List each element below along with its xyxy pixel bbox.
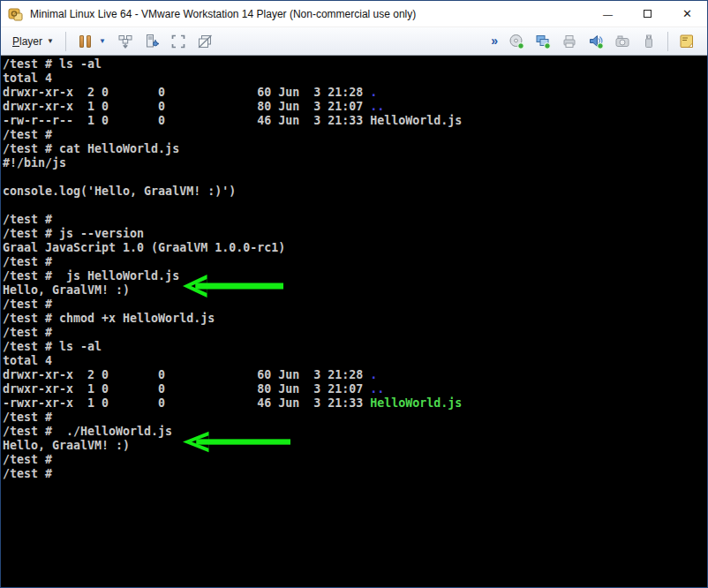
unity-mode-icon [197,34,213,49]
close-button[interactable]: ✕ [667,1,707,27]
sound-icon [588,34,604,49]
window-title: Minimal Linux Live 64 - VMware Workstati… [30,8,588,20]
suspend-icon [79,35,84,48]
terminal-line: drwxr-xr-x 2 0 0 60 Jun 3 21:28 . [3,368,707,382]
terminal-line: #!/bin/js [3,156,707,170]
terminal-line: /test # [3,467,707,481]
fullscreen-icon [170,34,186,49]
terminal-line: /test # ls -al [3,340,707,354]
terminal-line: drwxr-xr-x 1 0 0 80 Jun 3 21:07 .. [3,382,707,396]
terminal-line: /test # [3,128,707,142]
library-panel-icon [679,34,695,49]
minimize-button[interactable]: — [588,1,628,27]
annotation-arrow-script-output [183,430,290,454]
send-ctrl-alt-del-button[interactable] [114,31,137,52]
terminal-line: /test # ./HelloWorld.js [3,425,707,439]
terminal-line: /test # cat HelloWorld.js [3,142,707,156]
usb-device-icon [641,34,657,49]
terminal-line: -rw-r--r-- 1 0 0 46 Jun 3 21:33 HelloWor… [3,114,707,128]
vm-settings-button[interactable] [140,31,163,52]
terminal-line: /test # [3,298,707,312]
printer-device-button[interactable] [558,31,581,52]
terminal-line: Hello, GraalVM! :) [3,439,707,453]
player-menu-button[interactable]: Player ▼ [6,32,60,51]
terminal-line: Hello, GraalVM! :) [3,283,707,298]
maximize-icon [644,10,652,18]
toolbar-separator [667,32,668,51]
terminal-line: /test # [3,453,707,467]
vm-settings-icon [144,34,160,49]
terminal-line: total 4 [3,72,707,86]
terminal-line: /test # ls -al [3,57,707,72]
player-menu-label: Player [12,35,42,48]
terminal-line: /test # [3,255,707,269]
terminal-line: /test # [3,326,707,340]
terminal-line: total 4 [3,354,707,368]
terminal-line: /test # [3,411,707,425]
vm-console-screen[interactable]: /test # ls -altotal 4drwxr-xr-x 2 0 0 60… [1,56,707,587]
webcam-device-button[interactable] [611,31,634,52]
fullscreen-button[interactable] [167,31,190,52]
vmware-app-icon [8,6,24,22]
maximize-button[interactable] [628,1,667,27]
expand-toolbar-chevron-icon[interactable]: » [491,34,503,49]
cd-dvd-icon [508,34,524,49]
annotation-arrow-js-output [183,273,283,299]
printer-icon [561,34,577,49]
network-device-button[interactable] [531,31,554,52]
vmware-player-window: Minimal Linux Live 64 - VMware Workstati… [0,0,708,588]
terminal-line: Graal JavaScript 1.0 (GraalVM 1.0.0-rc1) [3,241,707,255]
terminal-line: drwxr-xr-x 2 0 0 60 Jun 3 21:28 . [3,86,707,100]
library-panel-button[interactable] [675,31,698,52]
terminal-line: drwxr-xr-x 1 0 0 80 Jun 3 21:07 .. [3,100,707,114]
suspend-button[interactable] [72,33,94,50]
terminal-line: /test # js HelloWorld.js [3,269,707,283]
usb-device-button[interactable] [637,31,660,52]
toolbar: Player ▼ ▼ [1,27,707,56]
send-ctrl-alt-del-icon [117,34,133,49]
terminal-line: console.log('Hello, GraalVM! :)') [3,185,707,199]
terminal-line: /test # chmod +x HelloWorld.js [3,312,707,326]
terminal-output: /test # ls -altotal 4drwxr-xr-x 2 0 0 60… [3,57,707,481]
sound-device-button[interactable] [584,31,607,52]
window-controls: — ✕ [588,1,707,27]
network-adapter-icon [535,34,551,49]
terminal-line [3,170,707,185]
toolbar-separator [65,32,66,51]
terminal-line: /test # js --version [3,227,707,241]
terminal-line [3,199,707,213]
terminal-line: /test # [3,213,707,227]
suspend-dropdown-caret-icon[interactable]: ▼ [94,37,112,45]
webcam-icon [614,34,630,49]
unity-mode-button[interactable] [193,31,216,52]
terminal-line: -rwxr-xr-x 1 0 0 46 Jun 3 21:33 HelloWor… [3,396,707,411]
title-bar: Minimal Linux Live 64 - VMware Workstati… [1,1,707,27]
cd-dvd-device-button[interactable] [505,31,528,52]
player-menu-caret-icon: ▼ [47,37,54,45]
device-status-bar: » [491,31,700,52]
